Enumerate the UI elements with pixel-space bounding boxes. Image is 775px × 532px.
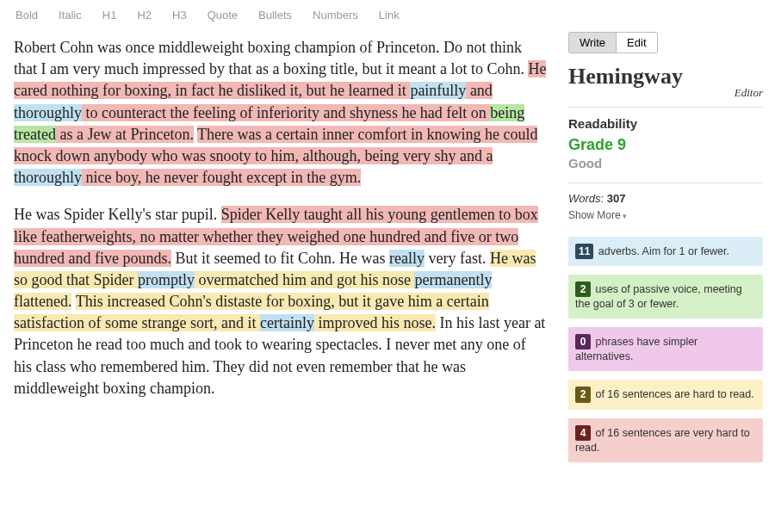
show-more-button[interactable]: Show More (568, 209, 627, 221)
bullets-button[interactable]: Bullets (258, 9, 292, 22)
stat-text: adverbs. Aim for 1 or fewer. (595, 245, 729, 257)
paragraph[interactable]: He was Spider Kelly's star pupil. Spider… (14, 204, 548, 399)
readability-grade: Grade 9 (568, 136, 763, 154)
word-count: Words: 307 (568, 192, 763, 205)
stat-count: 0 (575, 334, 591, 350)
formatting-toolbar: Bold Italic H1 H2 H3 Quote Bullets Numbe… (0, 0, 775, 28)
stat-passive: 2 uses of passive voice, meeting the goa… (568, 275, 763, 319)
readability-label: Readability (568, 116, 763, 131)
stat-count: 4 (575, 425, 591, 441)
readability-desc: Good (568, 156, 763, 170)
highlight-adverb: really (389, 250, 425, 267)
editor-pane[interactable]: Robert Cohn was once middleweight boxing… (0, 28, 568, 532)
italic-button[interactable]: Italic (59, 9, 82, 22)
stat-adverbs: 11 adverbs. Aim for 1 or fewer. (568, 237, 763, 266)
mode-toggle: Write Edit (568, 32, 658, 53)
word-count-label: Words (568, 192, 601, 205)
stat-count: 2 (575, 281, 591, 297)
divider (568, 107, 763, 108)
edit-mode-button[interactable]: Edit (616, 33, 656, 53)
stat-hard: 2 of 16 sentences are hard to read. (568, 380, 763, 409)
logo-title: Hemingway (568, 65, 763, 88)
bold-button[interactable]: Bold (16, 9, 38, 22)
h1-button[interactable]: H1 (102, 9, 117, 22)
stat-very-hard: 4 of 16 sentences are very hard to read. (568, 418, 763, 462)
highlight-adverb: promptly (138, 271, 195, 288)
highlight-adverb: permanently (414, 271, 492, 288)
divider (568, 182, 763, 183)
stat-text: phrases have simpler alternatives. (575, 336, 698, 362)
word-count-value: 307 (607, 192, 626, 205)
text-plain: He was Spider Kelly's star pupil. (14, 206, 221, 223)
stat-count: 11 (575, 244, 593, 259)
stat-text: of 16 sentences are hard to read. (592, 388, 754, 400)
h2-button[interactable]: H2 (137, 9, 152, 22)
numbers-button[interactable]: Numbers (313, 9, 358, 22)
stat-text: of 16 sentences are very hard to read. (575, 427, 750, 454)
highlight-adverb: thoroughly (14, 104, 82, 121)
sidebar: Write Edit Hemingway Editor Readability … (568, 28, 775, 532)
highlight-adverb: painfully (410, 82, 466, 99)
stat-complex: 0 phrases have simpler alternatives. (568, 327, 763, 371)
write-mode-button[interactable]: Write (569, 33, 616, 53)
highlight-adverb: certainly (260, 314, 314, 331)
paragraph[interactable]: Robert Cohn was once middleweight boxing… (14, 37, 548, 189)
text-plain: Robert Cohn was once middleweight boxing… (14, 39, 528, 77)
h3-button[interactable]: H3 (172, 9, 187, 22)
stat-count: 2 (575, 387, 591, 402)
highlight-adverb: thoroughly (14, 169, 82, 186)
link-button[interactable]: Link (379, 9, 400, 22)
highlight-hard: This increased Cohn's distaste for boxin… (14, 293, 489, 331)
quote-button[interactable]: Quote (208, 9, 238, 22)
stat-text: uses of passive voice, meeting the goal … (575, 283, 742, 310)
